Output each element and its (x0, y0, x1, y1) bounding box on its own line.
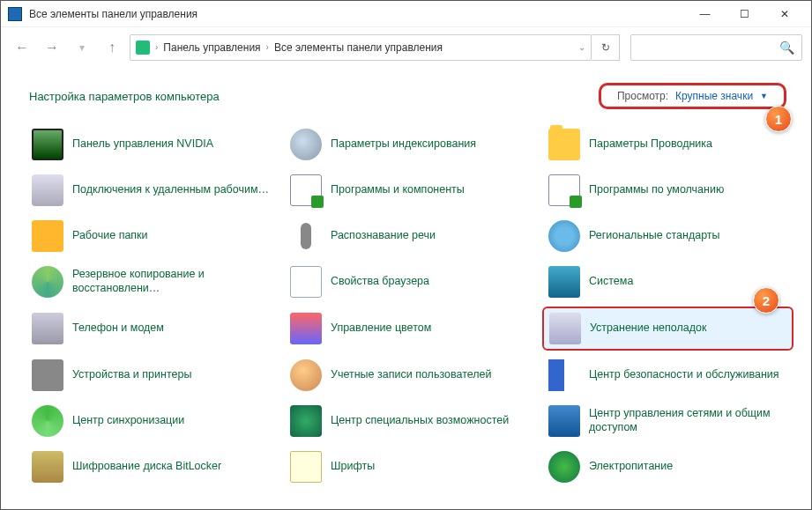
recent-dropdown[interactable]: ▾ (70, 35, 94, 60)
accessibility-icon (290, 405, 322, 437)
flag-icon (548, 359, 580, 391)
item-label: Распознавание речи (331, 229, 436, 243)
item-label: Шифрование диска BitLocker (72, 460, 221, 474)
item-phone-modem[interactable]: Телефон и модем (26, 307, 277, 351)
item-label: Панель управления NVIDIA (72, 137, 213, 152)
font-icon (290, 451, 322, 483)
item-default-programs[interactable]: Программы по умолчанию (542, 169, 793, 211)
breadcrumb-current[interactable]: Все элементы панели управления (274, 41, 443, 54)
search-input[interactable] (638, 41, 779, 54)
system-icon (548, 266, 580, 298)
remote-icon (32, 174, 63, 206)
item-fonts[interactable]: Шрифты (284, 446, 535, 488)
item-security-center[interactable]: Центр безопасности и обслуживания (542, 354, 793, 396)
item-label: Система (589, 275, 633, 289)
item-ease-of-access[interactable]: Центр специальных возможностей (284, 400, 535, 442)
up-button[interactable]: ↑ (100, 35, 124, 60)
address-bar[interactable]: › Панель управления › Все элементы панел… (130, 34, 592, 61)
callout-1: 1 (765, 106, 792, 132)
network-icon (548, 405, 580, 437)
users-icon (290, 359, 322, 391)
chevron-right-icon: › (155, 42, 158, 52)
item-label: Подключения к удаленным рабочим… (72, 183, 269, 197)
refresh-button[interactable]: ↻ (592, 34, 620, 61)
item-user-accounts[interactable]: Учетные записи пользователей (284, 354, 535, 396)
item-devices-printers[interactable]: Устройства и принтеры (26, 354, 277, 396)
titlebar: Все элементы панели управления — ☐ ✕ (1, 1, 811, 27)
work-folder-icon (32, 220, 63, 252)
item-label: Телефон и модем (72, 322, 164, 336)
item-label: Программы и компоненты (331, 183, 465, 197)
item-label: Электропитание (589, 460, 673, 474)
power-icon (548, 451, 580, 483)
view-label: Просмотр: (617, 90, 668, 102)
maximize-button[interactable]: ☐ (725, 2, 764, 26)
phone-icon (32, 313, 63, 344)
view-selector[interactable]: Просмотр: Крупные значки ▼ (599, 83, 786, 109)
item-network-center[interactable]: Центр управления сетями и общим доступом (542, 400, 793, 442)
search-icon: 🔍 (779, 41, 794, 55)
view-value: Крупные значки (675, 90, 753, 102)
chevron-right-icon: › (266, 42, 269, 52)
programs-default-icon (548, 174, 580, 206)
item-sync-center[interactable]: Центр синхронизации (26, 400, 277, 442)
item-explorer-options[interactable]: Параметры Проводника (542, 123, 793, 166)
item-power[interactable]: Электропитание (542, 446, 793, 488)
page-title: Настройка параметров компьютера (29, 90, 599, 103)
forward-button[interactable]: → (40, 35, 64, 60)
item-label: Резервное копирование и восстановлени… (72, 268, 271, 295)
backup-icon (32, 266, 63, 298)
programs-icon (290, 174, 322, 206)
microphone-icon (290, 220, 322, 252)
lock-icon (32, 451, 63, 483)
chevron-down-icon: ▼ (760, 92, 768, 100)
address-dropdown-icon[interactable]: ⌄ (578, 42, 585, 52)
search-box[interactable]: 🔍 (630, 34, 802, 61)
nvidia-icon (32, 129, 63, 160)
window-title: Все элементы панели управления (29, 8, 685, 20)
item-speech[interactable]: Распознавание речи (284, 215, 535, 257)
item-label: Центр специальных возможностей (331, 414, 509, 428)
item-remote[interactable]: Подключения к удаленным рабочим… (26, 169, 277, 211)
items-grid: Панель управления NVIDIA Параметры индек… (1, 120, 811, 495)
item-indexing[interactable]: Параметры индексирования (284, 123, 535, 166)
item-label: Устранение неполадок (590, 322, 706, 336)
troubleshoot-icon (549, 313, 581, 344)
item-programs[interactable]: Программы и компоненты (284, 169, 535, 211)
item-label: Управление цветом (331, 322, 431, 336)
item-label: Центр синхронизации (72, 414, 184, 428)
item-label: Учетные записи пользователей (331, 368, 492, 382)
close-button[interactable]: ✕ (764, 2, 804, 26)
minimize-button[interactable]: — (685, 2, 725, 26)
item-label: Шрифты (331, 460, 375, 474)
item-work-folders[interactable]: Рабочие папки (26, 215, 277, 257)
item-backup[interactable]: Резервное копирование и восстановлени… (26, 261, 277, 303)
item-label: Региональные стандарты (589, 229, 720, 243)
app-icon (8, 7, 22, 21)
item-label: Рабочие папки (72, 229, 148, 243)
magnifier-icon (290, 129, 322, 160)
sync-icon (32, 405, 63, 437)
callout-2: 2 (753, 287, 779, 314)
item-label: Свойства браузера (331, 275, 429, 289)
item-label: Устройства и принтеры (72, 368, 191, 382)
breadcrumb-root[interactable]: Панель управления (163, 41, 260, 54)
color-icon (290, 313, 322, 344)
item-label: Центр управления сетями и общим доступом (589, 407, 787, 434)
control-panel-icon (136, 41, 150, 55)
item-label: Центр безопасности и обслуживания (589, 368, 779, 382)
item-label: Параметры индексирования (331, 137, 476, 152)
printer-icon (32, 359, 63, 391)
item-label: Программы по умолчанию (589, 183, 724, 197)
folder-icon (548, 129, 580, 160)
item-internet-options[interactable]: Свойства браузера (284, 261, 535, 303)
navbar: ← → ▾ ↑ › Панель управления › Все элемен… (1, 27, 811, 67)
item-troubleshoot[interactable]: Устранение неполадок (542, 307, 793, 351)
back-button[interactable]: ← (10, 35, 34, 60)
item-nvidia[interactable]: Панель управления NVIDIA (26, 123, 277, 166)
globe-icon (548, 220, 580, 252)
item-region[interactable]: Региональные стандарты (542, 215, 793, 257)
browser-icon (290, 266, 322, 298)
item-bitlocker[interactable]: Шифрование диска BitLocker (26, 446, 277, 488)
item-color[interactable]: Управление цветом (284, 307, 535, 351)
